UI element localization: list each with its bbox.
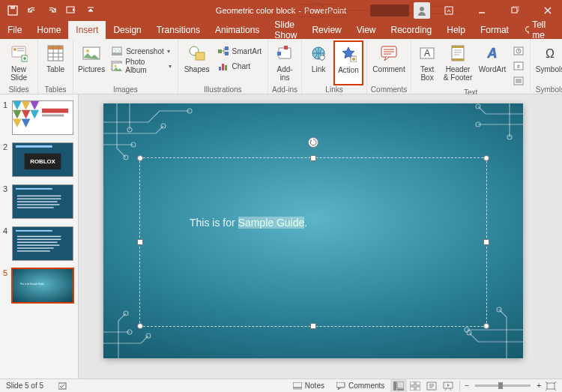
qat-more-button[interactable] (84, 4, 97, 17)
addins-button[interactable]: Add- ins (271, 40, 298, 85)
thumbnail-3[interactable]: 3 (3, 184, 75, 219)
status-language[interactable] (52, 379, 73, 392)
pictures-button[interactable]: Pictures (76, 40, 106, 85)
resize-handle-ne[interactable] (483, 155, 489, 161)
tell-me-button[interactable]: Tell me (516, 21, 557, 39)
text-more-1[interactable] (510, 43, 527, 58)
fit-to-window-button[interactable] (543, 379, 559, 393)
smartart-label: SmartArt (232, 47, 262, 55)
resize-handle-sw[interactable] (137, 323, 143, 329)
slide-thumbnails-panel[interactable]: 1 2 ROBLOX 3 4 5 This is for S (0, 94, 79, 379)
symbols-label: Symbols (536, 65, 562, 73)
view-normal-button[interactable] (390, 379, 407, 393)
shapes-button[interactable]: Shapes (181, 40, 213, 85)
tab-file[interactable]: File (0, 21, 29, 39)
photo-album-label: Photo Album (125, 58, 165, 74)
svg-rect-80 (16, 230, 52, 232)
tab-transitions[interactable]: Transitions (149, 21, 208, 39)
tab-slideshow[interactable]: Slide Show (267, 21, 304, 39)
tab-animations[interactable]: Animations (208, 21, 267, 39)
tab-help[interactable]: Help (439, 21, 473, 39)
thumbnail-4[interactable]: 4 (3, 226, 75, 261)
resize-handle-s[interactable] (310, 323, 316, 329)
undo-button[interactable] (25, 4, 39, 17)
thumbnail-preview (12, 184, 73, 219)
notes-button[interactable]: Notes (287, 379, 330, 392)
tab-design[interactable]: Design (106, 21, 148, 39)
object-icon (513, 76, 524, 85)
title-text: Geometric color block - PowerPoint (216, 6, 346, 15)
text-content[interactable]: This is for Sample Guide. (190, 217, 307, 229)
tab-view[interactable]: View (349, 21, 384, 39)
slide-canvas-area[interactable]: This is for Sample Guide. (79, 94, 562, 379)
smartart-icon (217, 46, 229, 56)
svg-rect-73 (16, 188, 52, 190)
svg-rect-66 (42, 109, 68, 113)
new-slide-button[interactable]: New Slide (3, 40, 34, 85)
table-button[interactable]: Table (41, 40, 70, 85)
zoom-in-button[interactable]: + (535, 379, 543, 392)
svg-rect-16 (17, 48, 24, 49)
svg-rect-109 (397, 389, 404, 391)
status-slide-indicator[interactable]: Slide 5 of 5 (0, 382, 43, 390)
redo-button[interactable] (45, 4, 58, 17)
share-button[interactable]: Share (557, 21, 562, 39)
slide[interactable]: This is for Sample Guide. (103, 103, 523, 358)
resize-handle-w[interactable] (137, 239, 143, 245)
tab-recording[interactable]: Recording (384, 21, 440, 39)
smartart-button[interactable]: SmartArt (214, 43, 265, 58)
textbox-button[interactable]: A Text Box (414, 40, 440, 85)
thumbnail-1[interactable]: 1 (3, 100, 75, 135)
thumbnail-2[interactable]: 2 ROBLOX (3, 142, 75, 177)
svg-rect-67 (42, 115, 64, 117)
zoom-slider-thumb[interactable] (498, 382, 503, 389)
sorter-view-icon (410, 382, 420, 391)
svg-point-15 (13, 48, 16, 51)
title-bar: Geometric color block - PowerPoint (0, 0, 562, 21)
account-avatar[interactable] (414, 2, 430, 19)
resize-handle-n[interactable] (310, 155, 316, 161)
reading-view-icon (426, 382, 437, 391)
view-sorter-button[interactable] (407, 379, 423, 393)
resize-handle-se[interactable] (483, 323, 489, 329)
ribbon-display-options-button[interactable] (435, 0, 463, 21)
tab-format[interactable]: Format (473, 21, 516, 39)
wordart-button[interactable]: A WordArt (476, 40, 509, 85)
photo-album-button[interactable]: Photo Album ▾ (108, 58, 174, 73)
resize-handle-nw[interactable] (137, 155, 143, 161)
resize-handle-e[interactable] (483, 239, 489, 245)
wordart-label: WordArt (479, 65, 507, 73)
tab-home[interactable]: Home (29, 21, 68, 39)
group-comments: Comment Comments (367, 39, 411, 94)
zoom-out-button[interactable]: − (463, 379, 471, 392)
thumbnail-preview (12, 226, 73, 261)
zoom-slider[interactable] (475, 385, 531, 387)
headerfooter-button[interactable]: Header & Footer (441, 40, 474, 85)
account-name-box[interactable] (370, 4, 409, 16)
thumbnail-5[interactable]: 5 This is for Sample Guide. (3, 268, 75, 303)
chart-button[interactable]: Chart (214, 58, 265, 73)
pictures-label: Pictures (78, 65, 105, 73)
tab-insert[interactable]: Insert (68, 21, 106, 39)
action-button[interactable]: Action (333, 40, 363, 85)
rotate-handle[interactable] (308, 137, 318, 148)
symbols-button[interactable]: Ω Symbols (534, 40, 562, 85)
link-button[interactable]: Link (305, 40, 332, 85)
text-more-2[interactable]: # (510, 58, 527, 73)
svg-point-11 (525, 27, 529, 32)
maximize-button[interactable] (501, 0, 529, 21)
comments-pane-button[interactable]: Comments (330, 379, 390, 392)
start-from-beginning-button[interactable] (64, 4, 78, 17)
save-button[interactable] (6, 4, 19, 17)
screenshot-button[interactable]: Screenshot ▾ (108, 43, 174, 58)
close-button[interactable] (534, 0, 562, 21)
view-reading-button[interactable] (423, 379, 440, 393)
comment-button[interactable]: Comment (370, 40, 408, 85)
tab-review[interactable]: Review (304, 21, 348, 39)
view-slideshow-button[interactable] (440, 379, 456, 393)
text-more-3[interactable] (510, 73, 527, 88)
svg-rect-82 (17, 239, 61, 240)
text-placeholder-selection[interactable]: This is for Sample Guide. (139, 157, 487, 327)
svg-rect-86 (17, 250, 50, 251)
minimize-button[interactable] (468, 0, 496, 21)
